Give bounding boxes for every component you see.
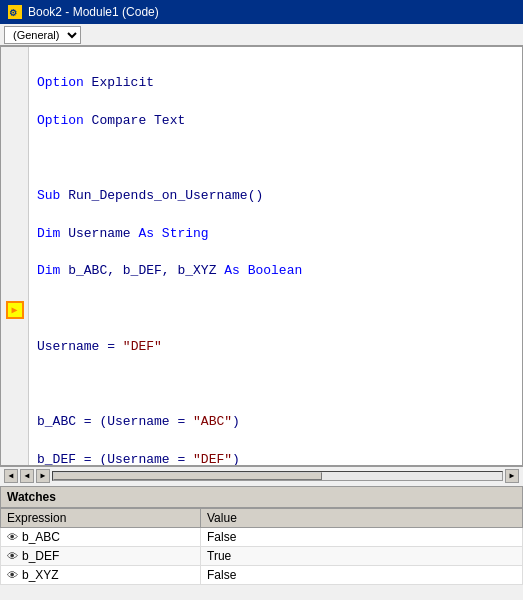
watch-row: 👁 b_XYZ False bbox=[1, 566, 523, 585]
watch-expression: 👁 b_XYZ bbox=[1, 566, 201, 585]
scroll-right-btn[interactable]: ▶ bbox=[505, 469, 519, 483]
watch-row: 👁 b_DEF True bbox=[1, 547, 523, 566]
watches-header: Watches bbox=[0, 486, 523, 508]
execution-arrow bbox=[6, 301, 24, 319]
code-line: b_DEF = (Username = "DEF") bbox=[37, 451, 514, 465]
window-title: Book2 - Module1 (Code) bbox=[28, 5, 159, 19]
watches-title: Watches bbox=[7, 490, 56, 504]
code-editor: Option Explicit Option Compare Text Sub … bbox=[0, 46, 523, 466]
code-line: Sub Run_Depends_on_Username() bbox=[37, 187, 514, 206]
watch-icon: 👁 b_XYZ bbox=[7, 568, 59, 582]
scroll-thumb[interactable] bbox=[53, 472, 322, 480]
code-gutter bbox=[1, 47, 29, 465]
general-dropdown[interactable]: (General) bbox=[4, 26, 81, 44]
code-line bbox=[37, 300, 514, 319]
col-value: Value bbox=[201, 509, 523, 528]
code-line: Option Explicit bbox=[37, 74, 514, 93]
watch-icon: 👁 b_ABC bbox=[7, 530, 60, 544]
watch-expression: 👁 b_DEF bbox=[1, 547, 201, 566]
eye-icon: 👁 bbox=[7, 550, 18, 562]
watches-table: Expression Value 👁 b_ABC False 👁 b_DEF T… bbox=[0, 508, 523, 585]
code-content[interactable]: Option Explicit Option Compare Text Sub … bbox=[29, 47, 522, 465]
scroll-track[interactable] bbox=[52, 471, 503, 481]
watch-value: False bbox=[201, 566, 523, 585]
code-line: Option Compare Text bbox=[37, 112, 514, 131]
watch-expression: 👁 b_ABC bbox=[1, 528, 201, 547]
code-line bbox=[37, 149, 514, 168]
watch-value: True bbox=[201, 547, 523, 566]
code-line: b_ABC = (Username = "ABC") bbox=[37, 413, 514, 432]
scroll-left-btn[interactable]: ◀ bbox=[4, 469, 18, 483]
svg-text:⚙: ⚙ bbox=[9, 8, 17, 18]
title-bar: ⚙ Book2 - Module1 (Code) bbox=[0, 0, 523, 24]
watch-icon: 👁 b_DEF bbox=[7, 549, 59, 563]
scroll-btn3[interactable]: ▶ bbox=[36, 469, 50, 483]
code-line bbox=[37, 375, 514, 394]
scrollbar-area: ◀ ◀ ▶ ▶ bbox=[0, 466, 523, 484]
code-line: Dim Username As String bbox=[37, 225, 514, 244]
watch-value: False bbox=[201, 528, 523, 547]
watch-row: 👁 b_ABC False bbox=[1, 528, 523, 547]
watches-header-row: Expression Value bbox=[1, 509, 523, 528]
eye-icon: 👁 bbox=[7, 531, 18, 543]
code-line: Username = "DEF" bbox=[37, 338, 514, 357]
vba-icon: ⚙ bbox=[8, 5, 22, 19]
toolbar: (General) bbox=[0, 24, 523, 46]
eye-icon: 👁 bbox=[7, 569, 18, 581]
scroll-btn2[interactable]: ◀ bbox=[20, 469, 34, 483]
code-line: Dim b_ABC, b_DEF, b_XYZ As Boolean bbox=[37, 262, 514, 281]
col-expression: Expression bbox=[1, 509, 201, 528]
